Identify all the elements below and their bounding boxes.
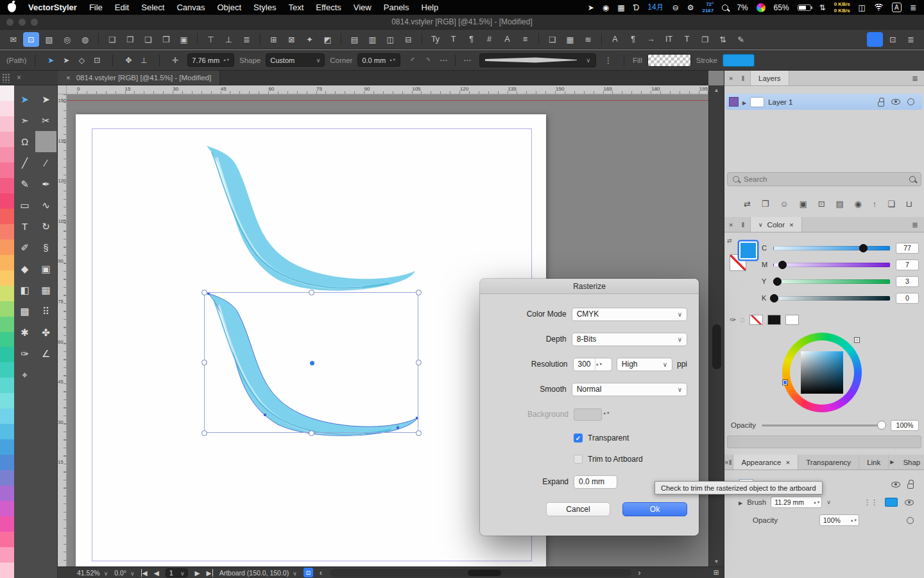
tab-color[interactable]: ∨Color <box>750 217 802 232</box>
do-not-disturb-icon[interactable]: ⊖ <box>672 3 679 12</box>
brush-size-field[interactable]: 11.29 mm ▲▼ <box>771 496 822 508</box>
expand-field[interactable]: 0.0 mm <box>574 475 617 489</box>
color-mode-dropdown[interactable]: CMYK <box>572 308 687 321</box>
selection-handle[interactable] <box>309 290 314 295</box>
move-icon[interactable]: ✥ <box>121 53 135 67</box>
artboard-dropdown[interactable]: Artboard (150.0, 150.0) <box>219 569 297 577</box>
close-tool-panel-icon[interactable] <box>17 73 21 82</box>
scroll-down-icon[interactable]: ▼ <box>709 559 724 565</box>
settings-gear-icon[interactable]: ⚙ <box>687 3 694 12</box>
ok-button[interactable]: Ok <box>622 502 687 516</box>
menu-file[interactable]: File <box>89 3 103 12</box>
vertical-scroll-thumb[interactable] <box>712 324 721 369</box>
eraser-disc-icon[interactable]: ◎ <box>59 32 75 47</box>
menu-styles[interactable]: Styles <box>253 3 276 12</box>
char-style-icon[interactable]: A <box>499 32 515 47</box>
docker-icon[interactable]: Ɗ <box>633 3 640 12</box>
ruler-corner[interactable] <box>58 85 67 94</box>
frame-icon[interactable]: ▤ <box>835 199 843 209</box>
transparent-checkbox[interactable] <box>574 434 583 442</box>
channel-slider[interactable] <box>773 279 891 284</box>
apple-menu-icon[interactable] <box>8 3 16 12</box>
stroke-more-icon[interactable]: ⋯ <box>460 53 474 67</box>
swatch[interactable] <box>0 178 14 193</box>
battery-icon[interactable] <box>798 4 811 11</box>
duplicate-page-icon[interactable]: ❐ <box>697 32 713 47</box>
sort-icon[interactable]: ⇅ <box>715 32 731 47</box>
selection-handle[interactable] <box>416 290 422 295</box>
curve-tool[interactable]: ∿ <box>35 195 56 216</box>
eyedropper-tool[interactable]: ✑ <box>14 343 35 364</box>
trash-icon[interactable]: ⊔ <box>906 199 912 209</box>
previous-page-button[interactable]: ◀ <box>154 569 159 577</box>
paragraph-format-icon[interactable]: ¶ <box>625 32 641 47</box>
opacity-value[interactable]: 100% <box>891 420 919 431</box>
layers-search-field[interactable]: Search <box>727 172 921 186</box>
gradient-tool[interactable]: ◧ <box>14 279 35 301</box>
slice-icon[interactable]: ▧ <box>41 32 57 47</box>
selection-bounding-box[interactable] <box>204 292 418 433</box>
first-page-button[interactable]: ◀ <box>141 569 148 577</box>
swatch[interactable] <box>0 501 14 516</box>
swatch[interactable] <box>0 193 14 209</box>
menu-text[interactable]: Text <box>288 3 304 12</box>
swatch[interactable] <box>0 547 14 563</box>
corner-round2-icon[interactable]: ◝ <box>421 53 435 67</box>
channel-K-knob[interactable] <box>770 294 778 302</box>
wifi-icon[interactable] <box>874 4 884 11</box>
corner-round-icon[interactable]: ◜ <box>406 53 420 67</box>
pattern-tool[interactable]: ▩ <box>14 301 35 322</box>
text-style-icon[interactable]: Ty <box>427 32 443 47</box>
tab-shape[interactable]: Shap <box>895 455 924 469</box>
channel-slider[interactable] <box>773 246 891 250</box>
layer-name[interactable]: Layer 1 <box>768 98 792 106</box>
color-wheel[interactable] <box>782 333 862 412</box>
shape-builder-icon[interactable]: ◍ <box>77 32 93 47</box>
shear-tool[interactable]: ∠ <box>35 343 56 364</box>
line-tool[interactable]: ∕ <box>35 152 56 173</box>
swatch[interactable] <box>0 301 14 317</box>
menu-panels[interactable]: Panels <box>384 3 409 12</box>
visibility-eye-icon[interactable] <box>891 99 900 105</box>
collapse-chevron-icon[interactable]: ∨ <box>758 222 763 228</box>
no-color-swatch[interactable] <box>749 315 763 325</box>
calendar-date[interactable]: 14月 <box>647 2 663 13</box>
swatch[interactable] <box>0 209 14 224</box>
resolution-stepper[interactable]: ▲▼ <box>595 358 603 371</box>
menu-list-icon[interactable]: ≣ <box>910 3 916 12</box>
zoom-window-button[interactable] <box>31 19 38 26</box>
shape-tool[interactable]: ◆ <box>14 258 35 279</box>
dot-grid-tool[interactable]: ⠿ <box>35 301 56 322</box>
rotate-tool[interactable]: ↻ <box>35 216 56 237</box>
position-crosshair-icon[interactable]: ✛ <box>168 53 182 67</box>
layer-thumbnail[interactable] <box>750 97 764 107</box>
hue-handle[interactable] <box>783 380 787 385</box>
camera-icon[interactable]: ◉ <box>855 199 862 209</box>
search-icon[interactable] <box>722 4 728 11</box>
disclosure-icon[interactable] <box>739 498 742 506</box>
panel-grid-icon[interactable]: ⊞ <box>708 566 724 578</box>
page-number-dropdown[interactable]: 1 <box>166 568 189 577</box>
selection-center-point[interactable] <box>310 361 314 365</box>
selection-handle[interactable] <box>201 430 207 436</box>
stamp-tool[interactable]: ▣ <box>35 258 56 279</box>
ruler-vertical[interactable]: 150135120105907560453015 <box>58 94 67 566</box>
selection-tool[interactable]: ➤ <box>14 89 35 110</box>
corner-field[interactable]: 0.0 mm ▲▼ <box>357 53 400 67</box>
swatch[interactable] <box>0 347 14 362</box>
sync-icon[interactable]: ⇄ <box>744 199 751 209</box>
frame-split-icon[interactable]: ◫ <box>382 32 398 47</box>
visibility-eye-icon[interactable] <box>905 500 914 505</box>
swatch[interactable] <box>0 470 14 486</box>
scroll-left-icon[interactable]: ‹ <box>320 568 322 577</box>
menu-edit[interactable]: Edit <box>115 3 129 12</box>
swatch[interactable] <box>0 563 14 578</box>
stroke-width-stepper[interactable]: ▲▼ <box>223 58 230 62</box>
ruler-horizontal[interactable]: 0153045607590105120135150165180195 <box>67 85 708 94</box>
brush-profile-icon[interactable]: ⋮⋮ <box>864 498 878 507</box>
fill-color-swatch[interactable] <box>647 54 691 67</box>
minimize-window-button[interactable] <box>19 19 26 26</box>
pencil-tool[interactable]: ✎ <box>14 173 35 195</box>
close-tab-icon[interactable] <box>789 221 794 229</box>
magnet-tool[interactable]: Ω <box>14 131 35 152</box>
